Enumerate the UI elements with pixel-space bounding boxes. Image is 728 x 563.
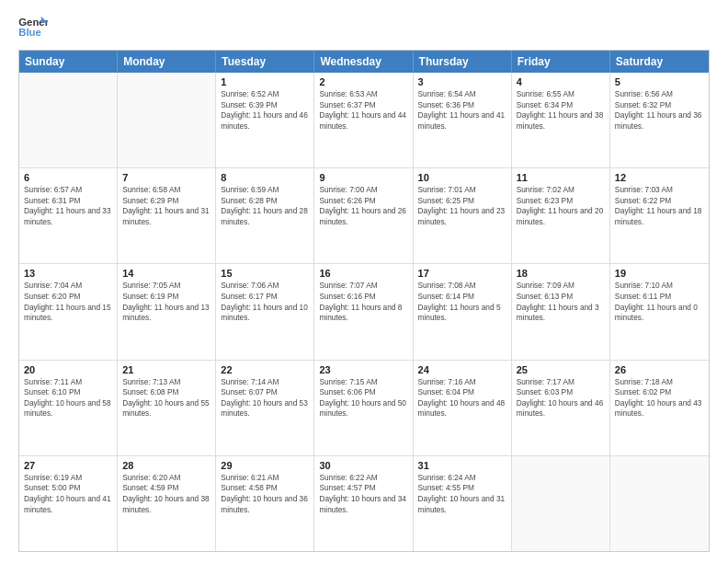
calendar-cell: 31Sunrise: 6:24 AM Sunset: 4:55 PM Dayli… <box>414 456 512 551</box>
calendar-cell: 10Sunrise: 7:01 AM Sunset: 6:25 PM Dayli… <box>414 168 512 263</box>
day-info: Sunrise: 6:56 AM Sunset: 6:32 PM Dayligh… <box>615 89 704 132</box>
day-info: Sunrise: 7:05 AM Sunset: 6:19 PM Dayligh… <box>122 281 210 323</box>
day-info: Sunrise: 7:18 AM Sunset: 6:02 PM Dayligh… <box>615 377 704 419</box>
calendar-cell <box>19 73 118 167</box>
calendar-row: 20Sunrise: 7:11 AM Sunset: 6:10 PM Dayli… <box>19 361 709 456</box>
day-info: Sunrise: 7:03 AM Sunset: 6:22 PM Dayligh… <box>615 185 704 227</box>
day-info: Sunrise: 7:00 AM Sunset: 6:26 PM Dayligh… <box>319 185 407 227</box>
day-info: Sunrise: 7:01 AM Sunset: 6:25 PM Dayligh… <box>418 185 506 227</box>
day-info: Sunrise: 6:20 AM Sunset: 4:59 PM Dayligh… <box>122 473 210 515</box>
calendar-cell: 25Sunrise: 7:17 AM Sunset: 6:03 PM Dayli… <box>512 361 610 455</box>
calendar-cell: 3Sunrise: 6:54 AM Sunset: 6:36 PM Daylig… <box>414 73 512 167</box>
calendar-cell: 29Sunrise: 6:21 AM Sunset: 4:58 PM Dayli… <box>216 456 314 551</box>
weekday-header: Tuesday <box>216 51 314 73</box>
day-number: 16 <box>319 268 407 279</box>
calendar-header: SundayMondayTuesdayWednesdayThursdayFrid… <box>19 51 709 73</box>
day-info: Sunrise: 7:10 AM Sunset: 6:11 PM Dayligh… <box>615 281 704 323</box>
day-number: 17 <box>418 268 506 279</box>
day-number: 28 <box>122 460 210 471</box>
calendar-cell: 2Sunrise: 6:53 AM Sunset: 6:37 PM Daylig… <box>314 73 413 167</box>
day-info: Sunrise: 6:54 AM Sunset: 6:36 PM Dayligh… <box>418 89 506 132</box>
calendar-cell: 21Sunrise: 7:13 AM Sunset: 6:08 PM Dayli… <box>118 361 216 455</box>
day-number: 11 <box>517 172 605 183</box>
day-info: Sunrise: 6:22 AM Sunset: 4:57 PM Dayligh… <box>319 473 407 515</box>
day-number: 24 <box>418 364 506 375</box>
calendar-cell: 20Sunrise: 7:11 AM Sunset: 6:10 PM Dayli… <box>19 361 118 455</box>
calendar-cell: 28Sunrise: 6:20 AM Sunset: 4:59 PM Dayli… <box>118 456 216 551</box>
day-number: 20 <box>24 364 112 375</box>
calendar: SundayMondayTuesdayWednesdayThursdayFrid… <box>18 50 710 552</box>
day-info: Sunrise: 7:14 AM Sunset: 6:07 PM Dayligh… <box>221 377 309 419</box>
calendar-row: 27Sunrise: 6:19 AM Sunset: 5:00 PM Dayli… <box>19 456 709 551</box>
day-number: 25 <box>517 364 605 375</box>
weekday-header: Friday <box>512 51 610 73</box>
day-info: Sunrise: 7:02 AM Sunset: 6:23 PM Dayligh… <box>517 185 605 227</box>
day-info: Sunrise: 7:16 AM Sunset: 6:04 PM Dayligh… <box>418 377 506 419</box>
day-number: 13 <box>24 268 112 279</box>
day-number: 29 <box>221 460 309 471</box>
day-info: Sunrise: 6:57 AM Sunset: 6:31 PM Dayligh… <box>24 185 112 227</box>
day-number: 21 <box>122 364 210 375</box>
calendar-cell: 1Sunrise: 6:52 AM Sunset: 6:39 PM Daylig… <box>216 73 314 167</box>
page-header: General Blue <box>18 15 710 40</box>
day-number: 30 <box>319 460 407 471</box>
logo-icon: General Blue <box>18 15 48 40</box>
calendar-cell <box>512 456 610 551</box>
calendar-cell: 7Sunrise: 6:58 AM Sunset: 6:29 PM Daylig… <box>118 168 216 263</box>
day-info: Sunrise: 7:09 AM Sunset: 6:13 PM Dayligh… <box>517 281 605 323</box>
day-info: Sunrise: 6:58 AM Sunset: 6:29 PM Dayligh… <box>122 185 210 227</box>
logo: General Blue <box>18 15 48 40</box>
calendar-cell: 13Sunrise: 7:04 AM Sunset: 6:20 PM Dayli… <box>19 264 118 359</box>
day-number: 23 <box>319 364 407 375</box>
calendar-cell: 22Sunrise: 7:14 AM Sunset: 6:07 PM Dayli… <box>216 361 314 455</box>
calendar-cell: 17Sunrise: 7:08 AM Sunset: 6:14 PM Dayli… <box>414 264 512 359</box>
calendar-cell: 24Sunrise: 7:16 AM Sunset: 6:04 PM Dayli… <box>414 361 512 455</box>
day-info: Sunrise: 7:11 AM Sunset: 6:10 PM Dayligh… <box>24 377 112 419</box>
day-number: 19 <box>615 268 704 279</box>
weekday-header: Saturday <box>610 51 709 73</box>
calendar-row: 13Sunrise: 7:04 AM Sunset: 6:20 PM Dayli… <box>19 264 709 360</box>
calendar-cell: 14Sunrise: 7:05 AM Sunset: 6:19 PM Dayli… <box>118 264 216 359</box>
calendar-cell: 12Sunrise: 7:03 AM Sunset: 6:22 PM Dayli… <box>610 168 709 263</box>
weekday-header: Thursday <box>414 51 512 73</box>
day-info: Sunrise: 7:06 AM Sunset: 6:17 PM Dayligh… <box>221 281 309 323</box>
calendar-row: 6Sunrise: 6:57 AM Sunset: 6:31 PM Daylig… <box>19 168 709 264</box>
calendar-cell: 27Sunrise: 6:19 AM Sunset: 5:00 PM Dayli… <box>19 456 118 551</box>
day-number: 5 <box>615 76 704 87</box>
calendar-cell: 18Sunrise: 7:09 AM Sunset: 6:13 PM Dayli… <box>512 264 610 359</box>
calendar-cell <box>118 73 216 167</box>
day-info: Sunrise: 6:21 AM Sunset: 4:58 PM Dayligh… <box>221 473 309 515</box>
day-number: 10 <box>418 172 506 183</box>
calendar-cell: 26Sunrise: 7:18 AM Sunset: 6:02 PM Dayli… <box>610 361 709 455</box>
calendar-cell: 8Sunrise: 6:59 AM Sunset: 6:28 PM Daylig… <box>216 168 314 263</box>
day-number: 12 <box>615 172 704 183</box>
day-info: Sunrise: 7:04 AM Sunset: 6:20 PM Dayligh… <box>24 281 112 323</box>
calendar-cell: 16Sunrise: 7:07 AM Sunset: 6:16 PM Dayli… <box>314 264 413 359</box>
day-number: 4 <box>517 76 605 87</box>
day-number: 1 <box>221 76 309 87</box>
day-number: 18 <box>517 268 605 279</box>
day-info: Sunrise: 7:15 AM Sunset: 6:06 PM Dayligh… <box>319 377 407 419</box>
day-number: 26 <box>615 364 704 375</box>
calendar-row: 1Sunrise: 6:52 AM Sunset: 6:39 PM Daylig… <box>19 73 709 168</box>
day-info: Sunrise: 7:13 AM Sunset: 6:08 PM Dayligh… <box>122 377 210 419</box>
day-number: 3 <box>418 76 506 87</box>
weekday-header: Monday <box>118 51 216 73</box>
weekday-header: Sunday <box>19 51 118 73</box>
day-info: Sunrise: 7:07 AM Sunset: 6:16 PM Dayligh… <box>319 281 407 323</box>
day-number: 8 <box>221 172 309 183</box>
calendar-cell: 4Sunrise: 6:55 AM Sunset: 6:34 PM Daylig… <box>512 73 610 167</box>
calendar-cell: 11Sunrise: 7:02 AM Sunset: 6:23 PM Dayli… <box>512 168 610 263</box>
calendar-cell: 6Sunrise: 6:57 AM Sunset: 6:31 PM Daylig… <box>19 168 118 263</box>
day-number: 2 <box>319 76 407 87</box>
calendar-cell: 5Sunrise: 6:56 AM Sunset: 6:32 PM Daylig… <box>610 73 709 167</box>
calendar-cell <box>610 456 709 551</box>
day-info: Sunrise: 6:24 AM Sunset: 4:55 PM Dayligh… <box>418 473 506 515</box>
day-info: Sunrise: 7:08 AM Sunset: 6:14 PM Dayligh… <box>418 281 506 323</box>
day-number: 22 <box>221 364 309 375</box>
day-number: 6 <box>24 172 112 183</box>
day-info: Sunrise: 6:59 AM Sunset: 6:28 PM Dayligh… <box>221 185 309 227</box>
day-number: 7 <box>122 172 210 183</box>
day-number: 31 <box>418 460 506 471</box>
calendar-cell: 19Sunrise: 7:10 AM Sunset: 6:11 PM Dayli… <box>610 264 709 359</box>
